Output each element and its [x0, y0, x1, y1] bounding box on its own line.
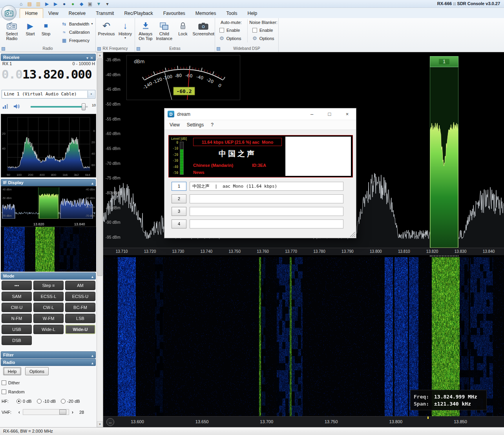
globe-icon[interactable]: ●	[70, 1, 76, 7]
vhf-increase-button[interactable]: ›	[70, 409, 75, 415]
screenshot-button[interactable]: Screenshot	[192, 19, 215, 44]
collapse-icon[interactable]: ▴	[91, 360, 93, 366]
receive-panel-header[interactable]: Receive ▾ ✕	[1, 54, 96, 61]
history-button[interactable]: ↓ History ▾	[116, 19, 135, 44]
hf-attenuation-radio[interactable]: -20 dB	[61, 399, 80, 404]
pan-button[interactable]: ↔	[106, 418, 114, 426]
close-button[interactable]: ×	[338, 108, 356, 120]
noise-blanker-options-button[interactable]: ⚙ Options	[249, 34, 278, 42]
audio-device-select[interactable]: Line 1 (Virtual Audio Cable) ▾	[2, 90, 95, 99]
service-number-button[interactable]: 1	[172, 182, 186, 191]
stop-button[interactable]: ■ Stop	[38, 19, 54, 44]
scroll-down-icon[interactable]: ▼	[97, 421, 103, 427]
ribbon-tab[interactable]: Rec/Playback	[119, 8, 158, 18]
mode-button[interactable]: CW-L	[33, 303, 64, 312]
camera-icon[interactable]: ▣	[87, 1, 93, 7]
dialog-launcher-icon[interactable]	[2, 47, 5, 51]
always-on-top-button[interactable]: Always On Top	[136, 19, 155, 44]
ribbon-tab[interactable]: Help	[243, 8, 263, 18]
volume-slider-thumb[interactable]	[82, 103, 86, 110]
folder-open-icon[interactable]: ▥	[35, 1, 41, 7]
vhf-decrease-button[interactable]: ‹	[16, 409, 22, 415]
mode-button[interactable]: Step ≡	[33, 281, 64, 290]
service-row[interactable]: 3	[164, 207, 356, 216]
collapse-icon[interactable]: ▴	[91, 353, 93, 359]
mode-button[interactable]: Wide-U	[65, 325, 95, 334]
application-button[interactable]	[1, 5, 16, 20]
lock-button[interactable]: Lock	[173, 19, 192, 44]
bandwidth-button[interactable]: ⇆ Bandwidth ▾	[60, 20, 94, 27]
spectrum-frequency-axis[interactable]: 13.71013.72013.73013.74013.75013.76013.7…	[103, 248, 504, 256]
mode-button[interactable]: BC-FM	[65, 303, 95, 312]
mode-button[interactable]: ECSS-L	[33, 292, 64, 301]
menu-item[interactable]: ?	[207, 122, 217, 128]
volume-slider[interactable]	[31, 106, 88, 108]
vhf-slider[interactable]	[23, 409, 69, 415]
mode-button[interactable]: ECSS-U	[65, 292, 95, 301]
mode-button[interactable]: N-FM	[2, 314, 32, 323]
collapse-icon[interactable]: ▾	[86, 55, 88, 61]
auto-mute-options-button[interactable]: ⚙ Options	[216, 34, 247, 42]
folder-icon[interactable]: ▤	[27, 1, 33, 7]
frequency-button[interactable]: ▦ Frequency	[60, 37, 94, 44]
chevron-down-icon[interactable]: ▾	[88, 91, 95, 98]
noise-blanker-enable-checkbox[interactable]: Enable	[249, 26, 278, 34]
auto-mute-enable-checkbox[interactable]: Enable	[216, 26, 247, 34]
home-icon[interactable]: ⌂	[18, 1, 24, 7]
panel-scrollbar[interactable]: ▲ ▼	[97, 52, 103, 427]
dialog-launcher-icon[interactable]	[137, 47, 140, 51]
close-icon[interactable]: ✕	[90, 55, 93, 61]
mode-button[interactable]: Wide-L	[33, 325, 64, 334]
play-circle-icon[interactable]: ▶	[44, 1, 50, 7]
tools-icon[interactable]: ▼	[96, 1, 102, 7]
random-checkbox[interactable]: Random	[2, 389, 25, 394]
service-number-button[interactable]: 3	[172, 207, 186, 216]
equalizer-icon[interactable]	[2, 104, 9, 111]
channel-marker[interactable]: 1	[430, 56, 458, 67]
drm-band-highlight[interactable]	[430, 67, 458, 248]
service-number-button[interactable]: 2	[172, 194, 186, 203]
mode-button[interactable]: AM	[65, 281, 95, 290]
menu-item[interactable]: View	[166, 122, 183, 128]
frequency-display[interactable]: 0.013.820.000	[2, 67, 92, 85]
save-icon[interactable]: ◆	[79, 1, 84, 7]
ribbon-tab[interactable]: Receive	[64, 8, 91, 18]
mode-button[interactable]: SAM	[2, 292, 32, 301]
collapse-icon[interactable]: ▴	[91, 180, 93, 186]
mode-button[interactable]: CW-U	[2, 303, 32, 312]
mode-button[interactable]: W-FM	[33, 314, 64, 323]
playback-icon[interactable]: ▶	[53, 1, 58, 7]
collapse-icon[interactable]: ▴	[91, 274, 93, 280]
qat-customize-icon[interactable]: ▾	[104, 1, 110, 7]
radio-section-header[interactable]: Radio ▴	[1, 359, 96, 366]
mode-button[interactable]: DSB	[2, 336, 32, 345]
mode-button[interactable]: USB	[2, 325, 32, 334]
minimize-button[interactable]: –	[303, 108, 321, 120]
menu-item[interactable]: Settings	[183, 122, 207, 128]
start-button[interactable]: ▶ Start	[22, 19, 38, 44]
options-button[interactable]: Options	[25, 367, 49, 375]
hf-attenuation-radio[interactable]: 0 dB	[16, 399, 32, 404]
ribbon-tab[interactable]: Favourites	[158, 8, 190, 18]
maximize-button[interactable]: □	[321, 108, 338, 120]
ribbon-tab[interactable]: Memories	[190, 8, 221, 18]
waterfall-frequency-axis[interactable]: ↔ 13.60013.65013.70013.75013.80013.850	[103, 416, 504, 427]
dialog-launcher-icon[interactable]	[217, 47, 220, 51]
select-radio-button[interactable]: Select Radio	[1, 19, 22, 44]
child-instance-button[interactable]: Child Instance	[155, 19, 174, 44]
dream-titlebar[interactable]: D dream – □ ×	[164, 108, 356, 120]
vhf-slider-thumb[interactable]	[59, 409, 66, 415]
calibration-button[interactable]: ≈ Calibration	[60, 28, 94, 36]
hf-attenuation-radio[interactable]: -10 dB	[37, 399, 56, 404]
previous-button[interactable]: ↶ Previous	[97, 19, 116, 44]
if-display-header[interactable]: IF Display ▴	[1, 179, 96, 186]
dream-decoder-window[interactable]: D dream – □ × ViewSettings? Level [dB] 0…	[164, 108, 356, 238]
ribbon-tab[interactable]: Transmit	[91, 8, 119, 18]
record-icon[interactable]: ●	[61, 1, 67, 7]
service-row[interactable]: 1 中国之声 | aac Mono (11.64 kbps)	[164, 181, 356, 191]
mode-header[interactable]: Mode ▴	[1, 272, 96, 280]
dialog-launcher-icon[interactable]	[97, 47, 101, 51]
speaker-icon[interactable]	[13, 104, 20, 111]
mode-button[interactable]: LSB	[65, 314, 95, 323]
ribbon-tab[interactable]: View	[43, 8, 64, 18]
